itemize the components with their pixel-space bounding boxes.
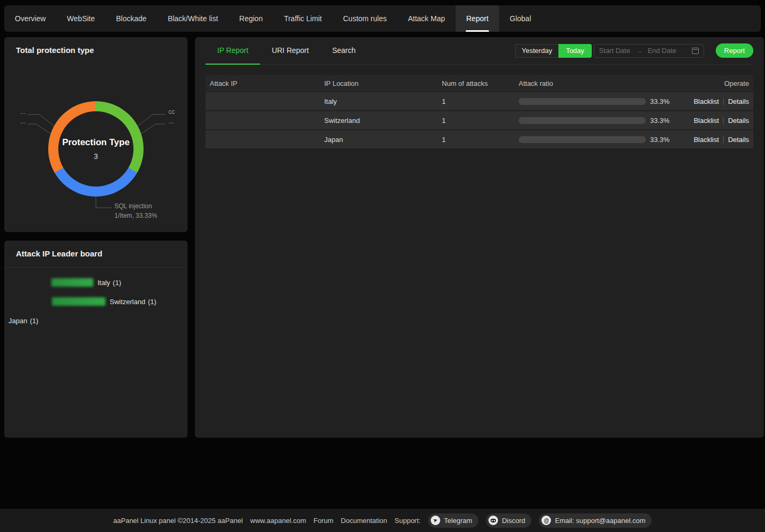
footer-support-label: Support: (395, 517, 421, 525)
leaderboard-bar-blurred-ip (51, 278, 93, 287)
discord-button[interactable]: Discord (486, 513, 531, 528)
nav-item-report[interactable]: Report (456, 5, 499, 32)
leaderboard-count: (1) (113, 279, 121, 287)
top-nav: Overview WebSite Blockade Black/White li… (4, 5, 761, 32)
today-button[interactable]: Today (558, 44, 592, 58)
attack-ratio-label: 33.3% (650, 97, 670, 105)
attack-ratio-label: 33.3% (650, 136, 670, 144)
header-attack-ip: Attack IP (210, 79, 324, 87)
header-num-attacks: Num of attacks (442, 79, 519, 87)
donut-label-cc: cc (168, 107, 175, 117)
blacklist-link[interactable]: Blacklist (693, 136, 719, 144)
leaderboard-count: (1) (30, 317, 38, 325)
protection-panel-title: Total protection type (4, 37, 188, 64)
email-icon: @ (541, 516, 551, 525)
table-row: Switzerland 1 33.3% Blacklist Details (206, 111, 753, 129)
leaderboard-country: Switzerland (110, 298, 145, 306)
attack-ratio-bar (519, 136, 646, 143)
leaderboard-count: (1) (148, 298, 156, 306)
nav-item-custom-rules[interactable]: Custom rules (333, 5, 397, 32)
nav-item-global[interactable]: Global (499, 5, 541, 32)
table-row: Italy 1 33.3% Blacklist Details (206, 92, 753, 110)
donut-label-sql-injection: SQL injection 1/Item, 33.33% (114, 201, 157, 220)
donut-center-total: 3 (94, 152, 98, 161)
nav-item-website[interactable]: WebSite (56, 5, 105, 32)
footer-website-link[interactable]: www.aapanel.com (250, 517, 306, 525)
tab-uri-report[interactable]: URI Report (260, 37, 321, 65)
details-link[interactable]: Details (728, 117, 749, 125)
header-ip-location: IP Location (324, 79, 442, 87)
calendar-icon (692, 48, 699, 54)
nav-item-attack-map[interactable]: Attack Map (397, 5, 456, 32)
attack-table: Attack IP IP Location Num of attacks Att… (206, 75, 753, 148)
attack-ip-leaderboard-panel: Attack IP Leader board Italy (1) Switzer… (4, 241, 188, 438)
details-link[interactable]: Details (728, 136, 749, 144)
footer-forum-link[interactable]: Forum (314, 517, 334, 525)
date-range-picker[interactable]: Start Date → End Date (594, 44, 704, 58)
donut-label-sql-line1: SQL injection (114, 201, 157, 211)
email-button[interactable]: @ Email: support@aapanel.com (539, 513, 652, 528)
tab-search[interactable]: Search (321, 37, 367, 65)
nav-item-black-white-list[interactable]: Black/White list (157, 5, 229, 32)
donut-center-title: Protection Type (62, 137, 129, 148)
operate-divider (723, 117, 724, 124)
nav-item-region[interactable]: Region (229, 5, 273, 32)
end-date-placeholder[interactable]: End Date (647, 47, 676, 55)
yesterday-button[interactable]: Yesterday (515, 44, 558, 58)
header-attack-ratio: Attack ratio (519, 79, 670, 87)
donut-label-left-1: ... (20, 107, 25, 117)
attack-table-header: Attack IP IP Location Num of attacks Att… (206, 75, 753, 91)
table-row: Japan 1 33.3% Blacklist Details (206, 130, 753, 148)
nav-item-traffic-limit[interactable]: Traffic Limit (273, 5, 333, 32)
ip-location-cell: Italy (324, 97, 442, 105)
donut-label-right-2: ... (168, 117, 174, 126)
footer-copyright: aaPanel Linux panel ©2014-2025 aaPanel (113, 517, 243, 525)
ip-location-cell: Switzerland (324, 117, 442, 125)
ip-location-cell: Japan (324, 136, 442, 144)
nav-item-blockade[interactable]: Blockade (105, 5, 157, 32)
details-link[interactable]: Details (728, 97, 749, 105)
num-attacks-cell: 1 (442, 136, 519, 144)
email-label: Email: support@aapanel.com (555, 517, 645, 525)
telegram-icon: ➤ (431, 516, 440, 525)
leaderboard-country: Italy (97, 279, 110, 287)
telegram-label: Telegram (444, 517, 472, 525)
report-export-button[interactable]: Report (716, 43, 753, 58)
num-attacks-cell: 1 (442, 117, 519, 125)
attack-ratio-bar (519, 117, 646, 124)
report-tabs-row: IP Report URI Report Search Yesterday To… (206, 37, 753, 65)
report-panel: IP Report URI Report Search Yesterday To… (195, 37, 764, 438)
nav-item-overview[interactable]: Overview (4, 5, 56, 32)
leaderboard-header: Attack IP Leader board (4, 241, 188, 268)
donut-label-sql-line2: 1/Item, 33.33% (114, 211, 157, 220)
donut-label-left-2: ... (20, 117, 25, 126)
num-attacks-cell: 1 (442, 97, 519, 105)
tab-ip-report[interactable]: IP Report (206, 37, 260, 65)
blacklist-link[interactable]: Blacklist (693, 97, 719, 105)
footer-documentation-link[interactable]: Documentation (341, 517, 387, 525)
report-controls: Yesterday Today Start Date → End Date Re… (515, 43, 753, 58)
leaderboard-row: Switzerland (1) (4, 297, 188, 306)
operate-divider (723, 98, 724, 105)
donut-center: Protection Type 3 (58, 111, 134, 187)
date-range-arrow-icon: → (635, 47, 642, 55)
protection-donut-chart: Protection Type 3 ... ... cc ... SQL inj… (4, 64, 188, 232)
leaderboard-row: Italy (1) (4, 278, 188, 287)
sidebar: Total protection type Protection Type 3 … (4, 37, 188, 438)
attack-ratio-label: 33.3% (650, 117, 670, 125)
leaderboard-row: Japan (1) (4, 316, 188, 325)
protection-type-panel: Total protection type Protection Type 3 … (4, 37, 188, 232)
leaderboard-title: Attack IP Leader board (4, 241, 188, 267)
header-operate: Operate (670, 79, 749, 87)
discord-label: Discord (502, 517, 525, 525)
blacklist-link[interactable]: Blacklist (693, 117, 719, 125)
leaderboard-country: Japan (8, 317, 27, 325)
attack-ratio-bar (519, 98, 646, 105)
start-date-placeholder[interactable]: Start Date (599, 47, 630, 55)
protection-donut: Protection Type 3 (48, 101, 144, 197)
operate-divider (723, 136, 724, 143)
leaderboard-bar-blurred-ip (52, 297, 105, 306)
footer: aaPanel Linux panel ©2014-2025 aaPanel w… (0, 509, 765, 532)
telegram-button[interactable]: ➤ Telegram (428, 513, 478, 528)
discord-icon (488, 516, 498, 525)
